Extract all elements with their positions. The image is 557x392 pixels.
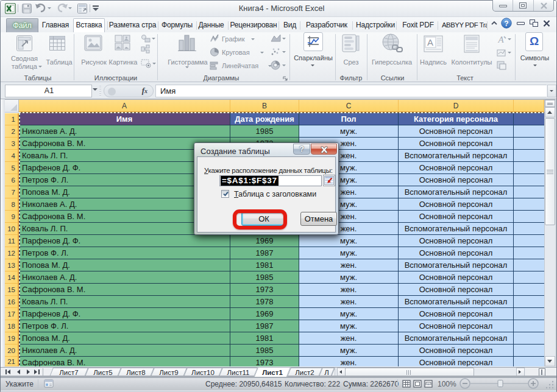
svg-text:A: A xyxy=(497,35,504,44)
svg-text:?: ? xyxy=(504,19,508,28)
svg-text:А: А xyxy=(427,37,433,47)
